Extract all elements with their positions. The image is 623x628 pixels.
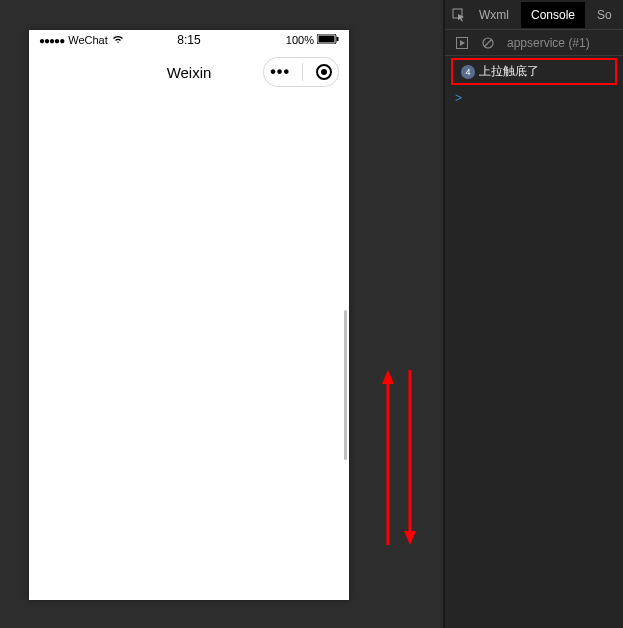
signal-dots-icon: ●●●●●	[39, 35, 64, 46]
tab-console[interactable]: Console	[521, 2, 585, 28]
svg-rect-1	[319, 36, 335, 43]
tab-sources[interactable]: So	[587, 2, 622, 28]
svg-marker-9	[460, 40, 465, 46]
tab-wxml[interactable]: Wxml	[469, 2, 519, 28]
carrier-label: WeChat	[68, 34, 108, 46]
capsule-menu: •••	[263, 57, 339, 87]
log-count-badge: 4	[461, 65, 475, 79]
log-message: 上拉触底了	[479, 63, 539, 80]
battery-icon	[317, 34, 339, 46]
phone-frame: ●●●●● WeChat 8:15 100% Weixin •••	[29, 30, 349, 600]
nav-bar: Weixin •••	[29, 50, 349, 94]
arrow-up-icon	[380, 370, 396, 545]
play-icon[interactable]	[455, 36, 469, 50]
devtools-tabs: Wxml Console So	[445, 0, 623, 30]
arrow-down-icon	[402, 370, 418, 545]
console-prompt[interactable]: >	[445, 87, 623, 109]
wifi-icon	[112, 34, 124, 46]
close-target-icon[interactable]	[316, 64, 332, 80]
context-label[interactable]: appservice (#1)	[507, 36, 590, 50]
devtools-pane: Wxml Console So appservice (#1) 4 上拉触底了 …	[445, 0, 623, 628]
simulator-pane: ●●●●● WeChat 8:15 100% Weixin •••	[0, 0, 443, 628]
status-left: ●●●●● WeChat	[39, 34, 124, 46]
page-title: Weixin	[167, 64, 212, 81]
inspect-icon[interactable]	[451, 7, 467, 23]
svg-line-11	[485, 39, 492, 46]
svg-marker-4	[382, 370, 394, 384]
status-bar: ●●●●● WeChat 8:15 100%	[29, 30, 349, 50]
console-output: 4 上拉触底了 >	[445, 58, 623, 109]
svg-rect-2	[337, 37, 339, 41]
capsule-divider	[302, 63, 303, 81]
svg-marker-6	[404, 531, 416, 545]
console-toolbar: appservice (#1)	[445, 30, 623, 56]
status-time: 8:15	[177, 33, 200, 47]
clear-icon[interactable]	[481, 36, 495, 50]
status-right: 100%	[286, 34, 339, 46]
console-log-row[interactable]: 4 上拉触底了	[451, 58, 617, 85]
scrollbar[interactable]	[344, 310, 347, 460]
battery-percent: 100%	[286, 34, 314, 46]
more-icon[interactable]: •••	[270, 64, 290, 80]
